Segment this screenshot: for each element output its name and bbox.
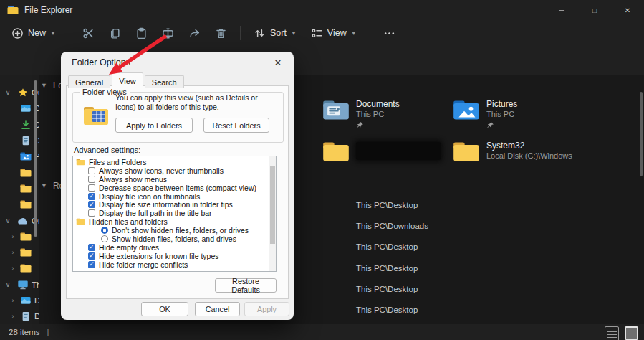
- reset-folders-button[interactable]: Reset Folders: [203, 118, 269, 133]
- details-view-icon[interactable]: [605, 326, 619, 340]
- checkbox-checked[interactable]: ✓: [88, 261, 95, 268]
- status-bar: 28 items |: [0, 324, 644, 340]
- see-more-button[interactable]: [376, 22, 403, 44]
- checkbox-checked[interactable]: ✓: [88, 244, 95, 251]
- advanced-setting-checkbox[interactable]: ✓Display file icon on thumbnails: [73, 192, 269, 201]
- chevron-down-icon[interactable]: ∨: [4, 281, 11, 288]
- delete-button[interactable]: [208, 22, 234, 44]
- view-label: View: [327, 28, 347, 38]
- toolbar-divider: [69, 26, 69, 40]
- copy-button[interactable]: [102, 22, 128, 44]
- paste-button[interactable]: [128, 22, 155, 44]
- chevron-right-icon[interactable]: ›: [9, 233, 16, 240]
- checkbox-unchecked[interactable]: [88, 176, 95, 183]
- advanced-setting-checkbox[interactable]: ✓Hide folder merge conflicts: [73, 260, 269, 269]
- folder-icon: [76, 159, 85, 166]
- chevron-right-icon[interactable]: ›: [9, 313, 16, 320]
- new-label: New: [28, 28, 46, 38]
- list-scrollbar[interactable]: [269, 156, 276, 271]
- folder-tile-documents[interactable]: DocumentsThis PC: [322, 99, 400, 132]
- advanced-setting-checkbox[interactable]: Always show icons, never thumbnails: [73, 166, 269, 175]
- advanced-setting-checkbox[interactable]: Always show menus: [73, 175, 269, 184]
- new-icon: [11, 27, 24, 39]
- status-divider: |: [47, 328, 49, 336]
- apply-button[interactable]: Apply: [244, 302, 289, 316]
- recent-file-path[interactable]: This PC\Desktop: [356, 285, 418, 293]
- sort-button[interactable]: Sort ▼: [246, 22, 304, 44]
- minimize-button[interactable]: ─: [545, 0, 578, 20]
- advanced-setting-checkbox[interactable]: Display the full path in the title bar: [73, 209, 269, 217]
- advanced-setting-radio[interactable]: Don't show hidden files, folders, or dri…: [73, 226, 269, 235]
- radio-unselected[interactable]: [101, 235, 108, 242]
- advanced-setting-checkbox[interactable]: Decrease space between items (compact vi…: [73, 184, 269, 192]
- sidebar-item-desktop[interactable]: ›Desktop: [0, 293, 39, 308]
- new-button[interactable]: New ▼: [4, 22, 63, 44]
- window-title: File Explorer: [24, 5, 72, 15]
- monitor-icon: [17, 280, 29, 290]
- share-button[interactable]: [181, 22, 208, 44]
- window-controls: ─ □ ✕: [545, 0, 644, 20]
- folder-tile-redacted[interactable]: [322, 141, 441, 163]
- view-toggles: [605, 326, 638, 340]
- recent-file-path[interactable]: This PC\Desktop: [356, 201, 418, 209]
- toolbar-divider: [240, 26, 241, 40]
- view-icon: [311, 27, 323, 39]
- checkbox-checked[interactable]: ✓: [88, 252, 95, 260]
- recent-file-path[interactable]: This PC\Downloads: [356, 222, 428, 230]
- sidebar-scrollbar[interactable]: [34, 80, 37, 237]
- large-icons-view-icon[interactable]: [625, 326, 638, 340]
- advanced-setting-group[interactable]: Files and Folders: [73, 158, 269, 166]
- folder-icon: [20, 232, 32, 242]
- view-button[interactable]: View ▼: [304, 22, 364, 44]
- chevron-right-icon[interactable]: ›: [9, 297, 16, 304]
- sidebar-item[interactable]: ›: [0, 260, 39, 276]
- restore-defaults-button[interactable]: Restore Defaults: [215, 278, 277, 293]
- advanced-setting-group[interactable]: Hidden files and folders: [73, 217, 269, 226]
- advanced-setting-checkbox[interactable]: ✓Hide extensions for known file types: [73, 252, 269, 260]
- folder-tile-system32[interactable]: System32Local Disk (C:)\Windows: [453, 141, 572, 163]
- list-scrollbar-thumb[interactable]: [270, 166, 275, 244]
- recent-file-path[interactable]: This PC\Desktop: [356, 306, 418, 314]
- tab-search[interactable]: Search: [145, 75, 184, 88]
- advanced-setting-label: Files and Folders: [89, 158, 147, 166]
- chevron-right-icon[interactable]: ›: [9, 265, 16, 272]
- advanced-setting-checkbox[interactable]: ✓Display file size information in folder…: [73, 200, 269, 209]
- close-button[interactable]: ✕: [611, 0, 644, 20]
- sidebar-item-this-pc[interactable]: ∨This PC: [0, 277, 39, 293]
- folder-views-icon: [83, 105, 109, 126]
- recent-file-path[interactable]: This PC\Desktop: [356, 242, 418, 251]
- chevron-down-icon[interactable]: ∨: [4, 89, 11, 96]
- ok-button[interactable]: OK: [141, 302, 188, 316]
- rename-button[interactable]: [155, 22, 181, 44]
- cloud-icon: [17, 216, 29, 226]
- command-bar: New ▼ Sort ▼ View ▼: [0, 20, 644, 46]
- cancel-button[interactable]: Cancel: [195, 302, 240, 316]
- folder-tile-pictures[interactable]: PicturesThis PC: [453, 99, 517, 132]
- tile-location: This PC: [486, 109, 517, 119]
- checkbox-unchecked[interactable]: [88, 167, 95, 174]
- title-bar: File Explorer ─ □ ✕: [0, 0, 644, 20]
- sidebar-item-documents[interactable]: ›Documents: [0, 308, 39, 324]
- apply-to-folders-button[interactable]: Apply to Folders: [115, 118, 193, 133]
- sidebar-item[interactable]: ›: [0, 245, 39, 260]
- folder-icon: [76, 218, 85, 225]
- advanced-setting-checkbox[interactable]: ✓Hide empty drives: [73, 243, 269, 252]
- checkbox-checked[interactable]: ✓: [88, 193, 95, 200]
- chevron-right-icon[interactable]: ›: [9, 249, 16, 256]
- checkbox-unchecked[interactable]: [88, 184, 95, 192]
- tab-view[interactable]: View: [112, 72, 143, 88]
- rename-icon: [162, 27, 174, 39]
- advanced-settings-label: Advanced settings:: [74, 146, 140, 154]
- maximize-button[interactable]: □: [578, 0, 611, 20]
- checkbox-unchecked[interactable]: [88, 209, 95, 217]
- advanced-setting-radio[interactable]: Show hidden files, folders, and drives: [73, 235, 269, 243]
- recent-file-path[interactable]: This PC\Desktop: [356, 264, 418, 273]
- content-scrollbar[interactable]: [640, 92, 643, 176]
- pin-icon: [356, 121, 364, 129]
- checkbox-checked[interactable]: ✓: [88, 201, 95, 208]
- cut-button[interactable]: [75, 22, 102, 44]
- chevron-down-icon[interactable]: ∨: [4, 217, 11, 225]
- tab-general[interactable]: General: [68, 75, 110, 88]
- dialog-close-icon[interactable]: ✕: [271, 56, 284, 69]
- radio-selected[interactable]: [101, 227, 108, 234]
